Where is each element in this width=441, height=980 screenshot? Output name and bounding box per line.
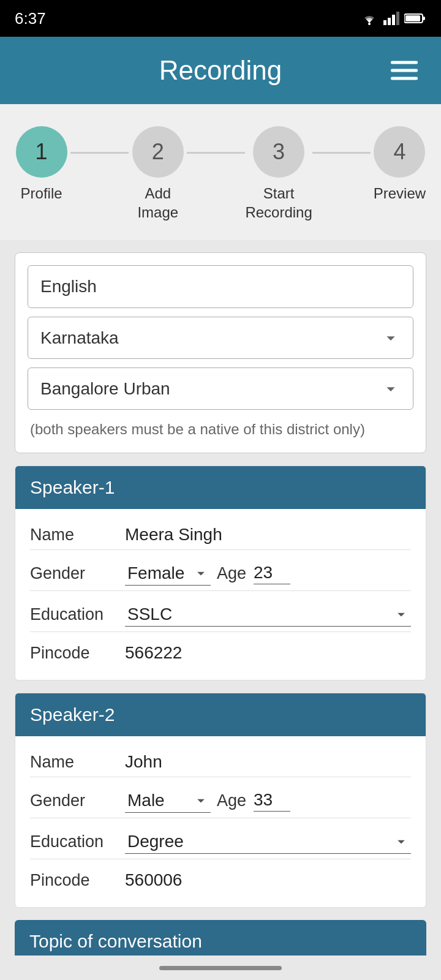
speaker-1-body: Name Meera Singh Gender Female Male Othe… xyxy=(15,509,426,680)
svg-rect-1 xyxy=(383,20,386,25)
wifi-icon xyxy=(360,12,379,25)
speaker-2-pincode-row: Pincode 560006 xyxy=(30,859,411,895)
step-1-circle: 1 xyxy=(16,126,67,178)
speaker-1-age-label: Age xyxy=(217,564,246,583)
svg-rect-2 xyxy=(388,18,391,25)
hamburger-line-3 xyxy=(391,77,418,80)
speaker-1-edu-label: Education xyxy=(30,605,119,624)
step-4[interactable]: 4 Preview xyxy=(371,126,429,203)
svg-rect-7 xyxy=(423,17,425,20)
step-1[interactable]: 1 Profile xyxy=(12,126,70,203)
step-4-label: Preview xyxy=(374,184,426,203)
svg-point-0 xyxy=(368,23,371,25)
hamburger-line-1 xyxy=(391,61,418,64)
speaker-2-name-row: Name John xyxy=(30,741,411,777)
page-title: Recording xyxy=(159,55,282,86)
svg-rect-3 xyxy=(392,15,395,25)
speaker-1-gender-select[interactable]: Female Male Other xyxy=(125,561,211,586)
bottom-bar xyxy=(0,956,441,980)
speaker-2-edu-label: Education xyxy=(30,832,119,851)
location-form: Karnataka Tamil Nadu Andhra Pradesh Bang… xyxy=(15,252,426,453)
battery-icon xyxy=(404,12,426,24)
speaker-1-name-label: Name xyxy=(30,526,119,545)
speaker-1-pincode-label: Pincode xyxy=(30,644,119,663)
speaker-1-age-group: Age 23 xyxy=(217,563,411,584)
speaker-2-edu-select[interactable]: SSLC PUC Degree Post Graduate xyxy=(125,829,411,854)
speaker-1-card: Speaker-1 Name Meera Singh Gender Female… xyxy=(15,466,426,680)
app-header: Recording xyxy=(0,37,441,104)
speaker-1-edu-select[interactable]: SSLC PUC Degree Post Graduate xyxy=(125,602,411,627)
speaker-1-gender-label: Gender xyxy=(30,564,119,583)
speaker-2-age-label: Age xyxy=(217,791,246,810)
step-connector-1 xyxy=(70,152,129,154)
speaker-2-age-group: Age 33 xyxy=(217,790,411,812)
speaker-1-header: Speaker-1 xyxy=(15,466,426,509)
home-indicator xyxy=(159,966,282,970)
speaker-2-pincode-value[interactable]: 560006 xyxy=(125,870,411,890)
step-1-label: Profile xyxy=(21,184,62,203)
step-2[interactable]: 2 Add Image xyxy=(129,126,187,222)
district-note: (both speakers must be a native of this … xyxy=(28,418,413,443)
status-icons xyxy=(360,12,426,25)
speaker-1-pincode-row: Pincode 566222 xyxy=(30,632,411,668)
speaker-2-body: Name John Gender Male Female Other Age 3… xyxy=(15,736,426,907)
menu-button[interactable] xyxy=(386,56,423,85)
speaker-2-gender-select[interactable]: Male Female Other xyxy=(125,788,211,813)
status-bar: 6:37 xyxy=(0,0,441,37)
speaker-2-edu-row: Education SSLC PUC Degree Post Graduate xyxy=(30,818,411,859)
status-time: 6:37 xyxy=(15,9,46,28)
speaker-2-gender-row: Gender Male Female Other Age 33 xyxy=(30,777,411,818)
speaker-2-gender-label: Gender xyxy=(30,791,119,810)
svg-rect-6 xyxy=(405,15,420,21)
step-connector-2 xyxy=(187,152,245,154)
stepper: 1 Profile 2 Add Image 3 StartRecording 4… xyxy=(0,104,441,240)
step-3-circle: 3 xyxy=(253,126,304,178)
language-input[interactable] xyxy=(28,265,413,308)
speaker-1-gender-row: Gender Female Male Other Age 23 xyxy=(30,550,411,591)
speaker-2-name-label: Name xyxy=(30,753,119,772)
hamburger-line-2 xyxy=(391,69,418,72)
speaker-1-name-value[interactable]: Meera Singh xyxy=(125,525,411,545)
speaker-2-age-value[interactable]: 33 xyxy=(254,790,290,812)
speaker-1-age-value[interactable]: 23 xyxy=(254,563,290,584)
speaker-2-pincode-label: Pincode xyxy=(30,871,119,890)
district-select[interactable]: Bangalore Urban Mysore Mangalore xyxy=(28,368,413,410)
speaker-2-name-value[interactable]: John xyxy=(125,752,411,772)
speaker-1-pincode-value[interactable]: 566222 xyxy=(125,643,411,663)
step-2-label: Add Image xyxy=(129,184,187,222)
speaker-1-edu-row: Education SSLC PUC Degree Post Graduate xyxy=(30,591,411,632)
speaker-2-header: Speaker-2 xyxy=(15,693,426,736)
step-3[interactable]: 3 StartRecording xyxy=(245,126,312,222)
step-4-circle: 4 xyxy=(374,126,425,178)
step-3-label: StartRecording xyxy=(245,184,312,222)
signal-icon xyxy=(383,12,399,25)
speaker-2-card: Speaker-2 Name John Gender Male Female O… xyxy=(15,693,426,908)
state-select[interactable]: Karnataka Tamil Nadu Andhra Pradesh xyxy=(28,317,413,359)
step-2-circle: 2 xyxy=(132,126,184,178)
step-connector-3 xyxy=(312,152,371,154)
svg-rect-4 xyxy=(396,12,399,25)
speaker-1-name-row: Name Meera Singh xyxy=(30,514,411,550)
